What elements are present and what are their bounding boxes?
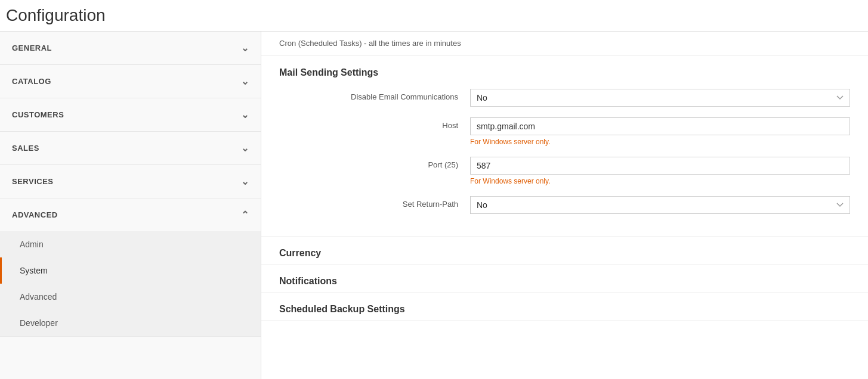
return-path-select[interactable]: No Yes [470,196,850,214]
sidebar-general-label: GENERAL [12,44,52,52]
mail-section-title: Mail Sending Settings [279,67,850,78]
chevron-down-icon: ⌄ [241,42,249,54]
port-label: Port (25) [279,157,470,169]
sidebar: GENERAL ⌄ CATALOG ⌄ CUSTOMERS ⌄ SALES ⌄ [0,32,261,379]
port-control: For Windows server only. [470,157,850,185]
chevron-down-icon: ⌄ [241,109,249,120]
sidebar-subitem-system[interactable]: System [0,257,261,284]
sidebar-item-customers[interactable]: CUSTOMERS ⌄ [0,98,261,131]
sidebar-section-customers: CUSTOMERS ⌄ [0,98,261,132]
sidebar-item-catalog[interactable]: CATALOG ⌄ [0,65,261,98]
page-title: Configuration [0,0,868,32]
sidebar-subitem-admin[interactable]: Admin [0,231,261,257]
sidebar-section-catalog: CATALOG ⌄ [0,65,261,98]
mail-section: Mail Sending Settings Disable Email Comm… [261,55,868,237]
host-row: Host For Windows server only. [279,117,850,146]
sidebar-item-sales[interactable]: SALES ⌄ [0,132,261,164]
disable-email-row: Disable Email Communications No Yes [279,89,850,107]
main-content: Cron (Scheduled Tasks) - all the times a… [261,32,868,379]
port-row: Port (25) For Windows server only. [279,157,850,185]
host-hint: For Windows server only. [470,138,850,146]
sidebar-customers-label: CUSTOMERS [12,110,64,119]
cron-bar: Cron (Scheduled Tasks) - all the times a… [261,32,868,55]
host-input[interactable] [470,117,850,135]
chevron-down-icon: ⌄ [241,76,249,87]
sidebar-sales-label: SALES [12,144,39,153]
disable-email-control: No Yes [470,89,850,107]
currency-section: Currency [261,237,868,265]
sidebar-item-general[interactable]: GENERAL ⌄ [0,32,261,64]
return-path-control: No Yes [470,196,850,214]
port-hint: For Windows server only. [470,177,850,185]
sidebar-subitem-developer[interactable]: Developer [0,310,261,336]
notifications-section: Notifications [261,265,868,293]
disable-email-label: Disable Email Communications [279,89,470,101]
return-path-label: Set Return-Path [279,196,470,209]
cron-text: Cron (Scheduled Tasks) - all the times a… [279,39,461,48]
sidebar-advanced-sub-items: Admin System Advanced Developer [0,231,261,336]
backup-section: Scheduled Backup Settings [261,293,868,321]
disable-email-select[interactable]: No Yes [470,89,850,107]
host-label: Host [279,117,470,130]
sidebar-section-sales: SALES ⌄ [0,132,261,165]
sidebar-item-advanced[interactable]: ADVANCED ⌃ [0,198,261,231]
backup-title: Scheduled Backup Settings [279,304,850,315]
sidebar-section-general: GENERAL ⌄ [0,32,261,65]
sidebar-section-advanced: ADVANCED ⌃ Admin System Advanced Develop… [0,198,261,337]
chevron-up-icon: ⌃ [241,209,249,220]
notifications-title: Notifications [279,276,850,287]
sidebar-catalog-label: CATALOG [12,77,51,86]
sidebar-services-label: SERVICES [12,177,54,186]
sidebar-subitem-advanced[interactable]: Advanced [0,284,261,310]
sidebar-item-services[interactable]: SERVICES ⌄ [0,165,261,198]
host-control: For Windows server only. [470,117,850,146]
return-path-row: Set Return-Path No Yes [279,196,850,214]
currency-title: Currency [279,248,850,259]
chevron-down-icon: ⌄ [241,142,249,154]
sidebar-advanced-label: ADVANCED [12,210,58,219]
sidebar-section-services: SERVICES ⌄ [0,165,261,198]
chevron-down-icon: ⌄ [241,176,249,187]
port-input[interactable] [470,157,850,175]
